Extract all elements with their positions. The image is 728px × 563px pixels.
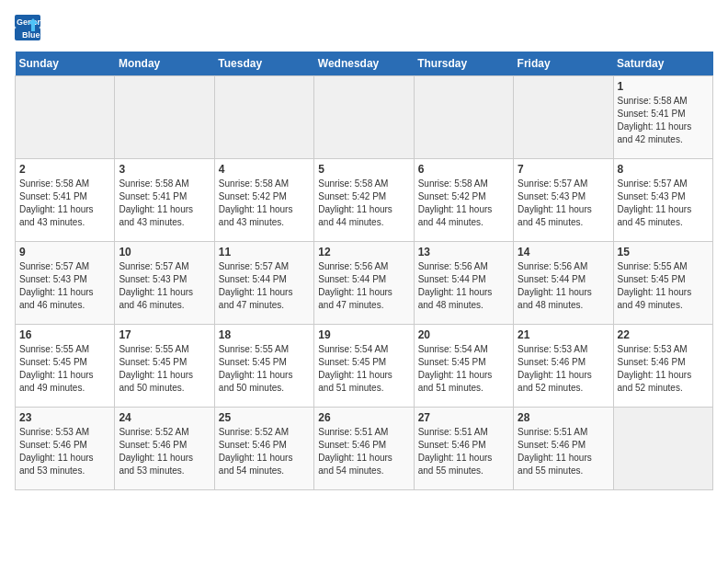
day-info: Sunrise: 5:54 AM Sunset: 5:45 PM Dayligh… bbox=[418, 343, 509, 395]
day-info: Sunrise: 5:51 AM Sunset: 5:46 PM Dayligh… bbox=[318, 426, 409, 477]
day-number: 26 bbox=[318, 411, 409, 424]
day-info: Sunrise: 5:57 AM Sunset: 5:43 PM Dayligh… bbox=[518, 178, 609, 229]
calendar-cell: 4Sunrise: 5:58 AM Sunset: 5:42 PM Daylig… bbox=[214, 159, 313, 242]
week-row-5: 23Sunrise: 5:53 AM Sunset: 5:46 PM Dayli… bbox=[16, 408, 713, 490]
calendar-cell: 2Sunrise: 5:58 AM Sunset: 5:41 PM Daylig… bbox=[16, 159, 115, 242]
day-info: Sunrise: 5:58 AM Sunset: 5:42 PM Dayligh… bbox=[418, 178, 509, 229]
week-row-2: 2Sunrise: 5:58 AM Sunset: 5:41 PM Daylig… bbox=[16, 159, 713, 242]
week-row-4: 16Sunrise: 5:55 AM Sunset: 5:45 PM Dayli… bbox=[16, 325, 713, 408]
calendar-cell: 19Sunrise: 5:54 AM Sunset: 5:45 PM Dayli… bbox=[314, 325, 414, 408]
day-info: Sunrise: 5:58 AM Sunset: 5:42 PM Dayligh… bbox=[318, 178, 409, 229]
day-number: 9 bbox=[19, 246, 110, 259]
day-info: Sunrise: 5:55 AM Sunset: 5:45 PM Dayligh… bbox=[618, 260, 709, 312]
day-number: 5 bbox=[318, 163, 409, 176]
day-info: Sunrise: 5:51 AM Sunset: 5:46 PM Dayligh… bbox=[418, 426, 509, 477]
calendar-cell: 8Sunrise: 5:57 AM Sunset: 5:43 PM Daylig… bbox=[613, 159, 712, 242]
day-number: 16 bbox=[19, 328, 110, 341]
calendar-cell bbox=[314, 76, 414, 159]
day-info: Sunrise: 5:56 AM Sunset: 5:44 PM Dayligh… bbox=[518, 260, 609, 312]
calendar-cell: 25Sunrise: 5:52 AM Sunset: 5:46 PM Dayli… bbox=[214, 408, 313, 490]
calendar-table: SundayMondayTuesdayWednesdayThursdayFrid… bbox=[15, 52, 713, 490]
day-number: 20 bbox=[418, 328, 509, 341]
day-info: Sunrise: 5:53 AM Sunset: 5:46 PM Dayligh… bbox=[518, 343, 609, 395]
calendar-header: SundayMondayTuesdayWednesdayThursdayFrid… bbox=[16, 52, 713, 76]
day-number: 28 bbox=[518, 411, 609, 424]
day-number: 12 bbox=[318, 246, 409, 259]
calendar-cell: 7Sunrise: 5:57 AM Sunset: 5:43 PM Daylig… bbox=[514, 159, 613, 242]
calendar-cell: 10Sunrise: 5:57 AM Sunset: 5:43 PM Dayli… bbox=[115, 242, 214, 325]
calendar-cell: 26Sunrise: 5:51 AM Sunset: 5:46 PM Dayli… bbox=[314, 408, 414, 490]
calendar-cell: 11Sunrise: 5:57 AM Sunset: 5:44 PM Dayli… bbox=[214, 242, 313, 325]
logo-icon: General Blue bbox=[15, 15, 40, 40]
day-header-thursday: Thursday bbox=[414, 52, 513, 76]
logo: General Blue bbox=[15, 15, 44, 40]
week-row-3: 9Sunrise: 5:57 AM Sunset: 5:43 PM Daylig… bbox=[16, 242, 713, 325]
day-info: Sunrise: 5:53 AM Sunset: 5:46 PM Dayligh… bbox=[618, 343, 709, 395]
day-info: Sunrise: 5:58 AM Sunset: 5:41 PM Dayligh… bbox=[618, 95, 709, 146]
day-info: Sunrise: 5:57 AM Sunset: 5:44 PM Dayligh… bbox=[219, 260, 310, 312]
day-info: Sunrise: 5:56 AM Sunset: 5:44 PM Dayligh… bbox=[418, 260, 509, 312]
calendar-cell: 28Sunrise: 5:51 AM Sunset: 5:46 PM Dayli… bbox=[514, 408, 613, 490]
calendar-cell bbox=[16, 76, 115, 159]
calendar-cell bbox=[414, 76, 513, 159]
day-number: 7 bbox=[518, 163, 609, 176]
day-info: Sunrise: 5:57 AM Sunset: 5:43 PM Dayligh… bbox=[119, 260, 210, 312]
day-number: 23 bbox=[19, 411, 110, 424]
calendar-cell: 1Sunrise: 5:58 AM Sunset: 5:41 PM Daylig… bbox=[613, 76, 712, 159]
day-number: 17 bbox=[119, 328, 210, 341]
day-info: Sunrise: 5:55 AM Sunset: 5:45 PM Dayligh… bbox=[219, 343, 310, 395]
calendar-cell bbox=[214, 76, 313, 159]
day-number: 4 bbox=[219, 163, 310, 176]
day-number: 14 bbox=[518, 246, 609, 259]
day-number: 1 bbox=[618, 80, 709, 93]
day-info: Sunrise: 5:55 AM Sunset: 5:45 PM Dayligh… bbox=[119, 343, 210, 395]
day-info: Sunrise: 5:57 AM Sunset: 5:43 PM Dayligh… bbox=[19, 260, 110, 312]
calendar-cell: 6Sunrise: 5:58 AM Sunset: 5:42 PM Daylig… bbox=[414, 159, 513, 242]
calendar-cell: 13Sunrise: 5:56 AM Sunset: 5:44 PM Dayli… bbox=[414, 242, 513, 325]
day-header-friday: Friday bbox=[514, 52, 613, 76]
day-info: Sunrise: 5:55 AM Sunset: 5:45 PM Dayligh… bbox=[19, 343, 110, 395]
calendar-cell: 9Sunrise: 5:57 AM Sunset: 5:43 PM Daylig… bbox=[16, 242, 115, 325]
day-number: 6 bbox=[418, 163, 509, 176]
calendar-cell: 5Sunrise: 5:58 AM Sunset: 5:42 PM Daylig… bbox=[314, 159, 414, 242]
day-number: 22 bbox=[618, 328, 709, 341]
day-info: Sunrise: 5:57 AM Sunset: 5:43 PM Dayligh… bbox=[618, 178, 709, 229]
calendar-cell: 20Sunrise: 5:54 AM Sunset: 5:45 PM Dayli… bbox=[414, 325, 513, 408]
calendar-cell: 22Sunrise: 5:53 AM Sunset: 5:46 PM Dayli… bbox=[613, 325, 712, 408]
day-info: Sunrise: 5:54 AM Sunset: 5:45 PM Dayligh… bbox=[318, 343, 409, 395]
calendar-cell: 17Sunrise: 5:55 AM Sunset: 5:45 PM Dayli… bbox=[115, 325, 214, 408]
day-header-monday: Monday bbox=[115, 52, 214, 76]
calendar-cell: 3Sunrise: 5:58 AM Sunset: 5:41 PM Daylig… bbox=[115, 159, 214, 242]
day-header-tuesday: Tuesday bbox=[214, 52, 313, 76]
day-number: 27 bbox=[418, 411, 509, 424]
calendar-cell: 16Sunrise: 5:55 AM Sunset: 5:45 PM Dayli… bbox=[16, 325, 115, 408]
day-info: Sunrise: 5:58 AM Sunset: 5:41 PM Dayligh… bbox=[119, 178, 210, 229]
day-number: 15 bbox=[618, 246, 709, 259]
day-header-sunday: Sunday bbox=[16, 52, 115, 76]
page-header: General Blue bbox=[15, 15, 713, 40]
day-number: 19 bbox=[318, 328, 409, 341]
calendar-cell bbox=[115, 76, 214, 159]
week-row-1: 1Sunrise: 5:58 AM Sunset: 5:41 PM Daylig… bbox=[16, 76, 713, 159]
day-number: 3 bbox=[119, 163, 210, 176]
day-number: 13 bbox=[418, 246, 509, 259]
day-header-saturday: Saturday bbox=[613, 52, 712, 76]
day-info: Sunrise: 5:58 AM Sunset: 5:42 PM Dayligh… bbox=[219, 178, 310, 229]
day-number: 8 bbox=[618, 163, 709, 176]
calendar-cell bbox=[613, 408, 712, 490]
calendar-cell bbox=[514, 76, 613, 159]
day-number: 10 bbox=[119, 246, 210, 259]
day-header-wednesday: Wednesday bbox=[314, 52, 414, 76]
svg-text:Blue: Blue bbox=[22, 30, 40, 40]
calendar-cell: 21Sunrise: 5:53 AM Sunset: 5:46 PM Dayli… bbox=[514, 325, 613, 408]
calendar-cell: 12Sunrise: 5:56 AM Sunset: 5:44 PM Dayli… bbox=[314, 242, 414, 325]
day-info: Sunrise: 5:52 AM Sunset: 5:46 PM Dayligh… bbox=[119, 426, 210, 477]
calendar-cell: 27Sunrise: 5:51 AM Sunset: 5:46 PM Dayli… bbox=[414, 408, 513, 490]
calendar-cell: 14Sunrise: 5:56 AM Sunset: 5:44 PM Dayli… bbox=[514, 242, 613, 325]
day-info: Sunrise: 5:53 AM Sunset: 5:46 PM Dayligh… bbox=[19, 426, 110, 477]
calendar-cell: 23Sunrise: 5:53 AM Sunset: 5:46 PM Dayli… bbox=[16, 408, 115, 490]
day-number: 11 bbox=[219, 246, 310, 259]
calendar-cell: 24Sunrise: 5:52 AM Sunset: 5:46 PM Dayli… bbox=[115, 408, 214, 490]
svg-text:General: General bbox=[17, 17, 40, 27]
calendar-cell: 15Sunrise: 5:55 AM Sunset: 5:45 PM Dayli… bbox=[613, 242, 712, 325]
